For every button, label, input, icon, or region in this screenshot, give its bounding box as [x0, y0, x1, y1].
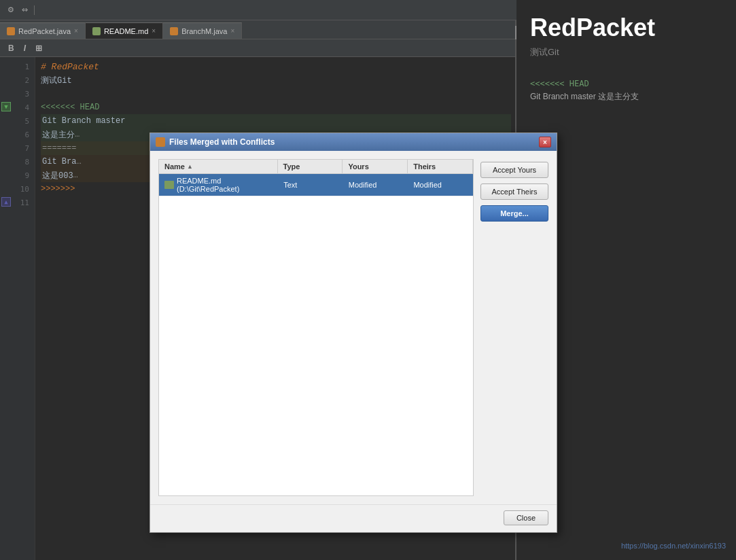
td-theirs: Modified: [408, 174, 473, 196]
td-yours-text: Modified: [349, 181, 377, 189]
dialog-buttons: Accept Yours Accept Theirs Merge...: [480, 159, 548, 496]
file-icon: [164, 181, 174, 189]
th-name: Name ▲: [159, 160, 278, 173]
sort-arrow-icon: ▲: [187, 163, 193, 170]
table-row[interactable]: README.md (D:\Git\RedPacket) Text Modifi…: [159, 174, 473, 196]
td-type-text: Text: [283, 181, 297, 189]
accept-theirs-button[interactable]: Accept Theirs: [480, 183, 548, 200]
td-type: Text: [278, 174, 343, 196]
dialog-title-area: Files Merged with Conflicts: [156, 137, 275, 147]
dialog-title-icon: [156, 137, 165, 147]
dialog-title-text: Files Merged with Conflicts: [169, 137, 275, 147]
dialog-body: Name ▲ Type Yours Theirs: [150, 151, 557, 504]
dialog-close-button[interactable]: ×: [539, 137, 551, 147]
th-yours-label: Yours: [348, 162, 368, 171]
merge-button[interactable]: Merge...: [480, 205, 548, 222]
td-name-text: README.md (D:\Git\RedPacket): [177, 177, 273, 193]
th-type: Type: [278, 160, 343, 173]
dialog-titlebar: Files Merged with Conflicts ×: [150, 133, 557, 151]
th-theirs: Theirs: [408, 160, 473, 173]
th-theirs-label: Theirs: [413, 162, 436, 171]
dialog-table: Name ▲ Type Yours Theirs: [158, 159, 474, 496]
accept-yours-button[interactable]: Accept Yours: [480, 162, 548, 178]
th-name-label: Name: [164, 162, 185, 171]
td-yours: Modified: [343, 174, 408, 196]
th-yours: Yours: [343, 160, 408, 173]
td-name: README.md (D:\Git\RedPacket): [159, 174, 278, 196]
dialog-footer: Close: [150, 504, 557, 532]
td-theirs-text: Modified: [413, 181, 442, 189]
files-merged-dialog: Files Merged with Conflicts × Name ▲ Typ…: [150, 133, 557, 533]
close-footer-button[interactable]: Close: [504, 510, 548, 525]
th-type-label: Type: [283, 162, 300, 171]
table-header-row: Name ▲ Type Yours Theirs: [159, 160, 473, 174]
dialog-overlay: Files Merged with Conflicts × Name ▲ Typ…: [0, 0, 736, 560]
